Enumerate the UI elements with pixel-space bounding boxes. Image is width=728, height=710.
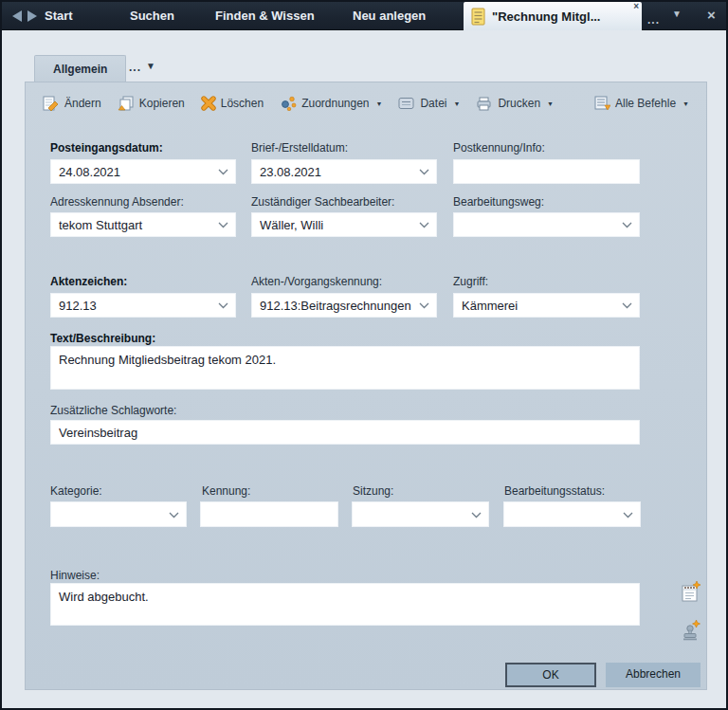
chevron-down-icon — [622, 222, 632, 228]
all-commands-icon — [594, 96, 610, 111]
sachbearbeiter-combobox[interactable] — [251, 212, 437, 237]
navigate-back-icon[interactable] — [10, 9, 24, 23]
chevron-down-icon — [471, 512, 482, 519]
chevron-down-icon — [218, 302, 228, 309]
zuordnungen-dropdown-icon: ▼ — [376, 100, 383, 107]
drucken-dropdown-icon: ▼ — [547, 100, 554, 107]
loeschen-button[interactable]: Löschen — [201, 96, 264, 111]
brief-erstelldatum-label: Brief-/Erstelldatum: — [251, 141, 348, 155]
posteingangsdatum-combobox[interactable] — [50, 159, 236, 184]
tab-neu-anlegen[interactable]: Neu anlegen — [353, 2, 426, 30]
drucken-button[interactable]: Drucken ▼ — [476, 97, 554, 111]
zugriff-combobox[interactable] — [453, 293, 640, 318]
kategorie-input[interactable] — [51, 502, 186, 526]
chevron-down-icon — [218, 169, 228, 175]
kopieren-button[interactable]: Kopieren — [118, 96, 185, 111]
navigate-forward-icon[interactable] — [26, 9, 39, 23]
adresskennung-label: Adresskennung Absender: — [50, 195, 184, 209]
postkennung-input[interactable] — [454, 160, 639, 183]
tab-suchen[interactable]: Suchen — [130, 2, 174, 30]
hinweise-textarea[interactable]: Wird abgebucht. — [50, 583, 640, 626]
new-note-icon[interactable] — [682, 581, 701, 603]
chevron-down-icon — [419, 169, 429, 175]
top-tab-bar: Start Suchen Finden & Wissen Neu anlegen… — [2, 2, 726, 30]
panel-tab-dropdown-icon[interactable]: ▼ — [146, 61, 155, 71]
zuordnungen-label: Zuordnungen — [301, 97, 369, 110]
chevron-down-icon — [218, 222, 228, 228]
vorgangskennung-label: Akten-/Vorgangskennung: — [251, 275, 382, 288]
toolbar: Ändern Kopieren Löschen — [43, 88, 689, 118]
kategorie-combobox[interactable] — [50, 501, 187, 527]
datei-label: Datei — [420, 97, 446, 110]
hinweise-label: Hinweise: — [50, 569, 100, 582]
chevron-down-icon — [419, 302, 429, 309]
datei-button[interactable]: Datei ▼ — [398, 97, 460, 110]
tab-overflow-indicator[interactable]: ... — [647, 13, 660, 27]
schlagworte-label: Zusätzliche Schlagworte: — [50, 404, 176, 417]
kennung-field[interactable] — [200, 501, 338, 527]
panel-tab-overflow[interactable]: ... — [129, 61, 141, 74]
assignments-dots-icon — [280, 96, 297, 111]
posteingangsdatum-input[interactable] — [51, 160, 235, 183]
bearbeitungsweg-combobox[interactable] — [453, 212, 640, 237]
edit-icon — [43, 96, 60, 111]
aktenzeichen-combobox[interactable] — [50, 293, 236, 318]
loeschen-label: Löschen — [221, 97, 264, 110]
aktenzeichen-label: Aktenzeichen: — [50, 275, 127, 288]
bearbeitungsstatus-label: Bearbeitungsstatus: — [504, 484, 605, 498]
printer-icon — [476, 97, 493, 111]
bearbeitungsstatus-combobox[interactable] — [503, 501, 641, 527]
postkennung-label: Postkennung/Info: — [453, 141, 545, 155]
bearbeitungsweg-input[interactable] — [454, 213, 639, 236]
bearbeitungsweg-label: Bearbeitungsweg: — [453, 195, 544, 209]
sachbearbeiter-input[interactable] — [252, 213, 436, 236]
tab-finden-wissen[interactable]: Finden & Wissen — [215, 2, 315, 30]
adresskennung-input[interactable] — [51, 213, 235, 236]
alle-befehle-button[interactable]: Alle Befehle ▼ — [594, 96, 689, 111]
tab-list-dropdown-icon[interactable]: ▼ — [672, 9, 682, 19]
brief-erstelldatum-combobox[interactable] — [251, 159, 437, 184]
postkennung-field[interactable] — [453, 159, 640, 184]
zuordnungen-button[interactable]: Zuordnungen ▼ — [280, 96, 382, 111]
document-icon — [471, 8, 485, 26]
alle-befehle-dropdown-icon: ▼ — [682, 100, 689, 107]
schlagworte-input[interactable] — [51, 421, 639, 444]
vorgangskennung-combobox[interactable] — [251, 293, 437, 318]
aktenzeichen-input[interactable] — [51, 294, 235, 317]
schlagworte-field[interactable] — [50, 420, 640, 445]
kategorie-label: Kategorie: — [50, 484, 102, 498]
zugriff-input[interactable] — [454, 294, 639, 317]
document-tab-close-icon[interactable]: × — [633, 2, 639, 11]
brief-erstelldatum-input[interactable] — [252, 160, 436, 183]
tab-start[interactable]: Start — [45, 2, 73, 30]
abbrechen-button[interactable]: Abbrechen — [606, 663, 701, 687]
adresskennung-combobox[interactable] — [50, 212, 236, 237]
aendern-label: Ändern — [64, 97, 101, 110]
window-close-icon[interactable]: × — [707, 7, 716, 23]
new-stamp-icon[interactable] — [682, 619, 701, 641]
text-beschreibung-label: Text/Beschreibung: — [50, 332, 155, 345]
tab-allgemein[interactable]: Allgemein — [34, 55, 126, 82]
kennung-label: Kennung: — [202, 484, 250, 498]
form-panel: Ändern Kopieren Löschen — [25, 82, 707, 690]
chevron-down-icon — [169, 512, 179, 519]
chevron-down-icon — [622, 302, 632, 309]
bearbeitungsstatus-input[interactable] — [504, 502, 640, 526]
sitzung-label: Sitzung: — [353, 484, 393, 498]
sitzung-combobox[interactable] — [352, 501, 489, 527]
tab-document-active[interactable]: "Rechnung Mitgl... × — [464, 2, 642, 30]
alle-befehle-label: Alle Befehle — [615, 97, 676, 110]
delete-x-icon — [201, 96, 216, 111]
chevron-down-icon — [419, 222, 429, 228]
copy-icon — [118, 96, 135, 111]
kennung-input[interactable] — [201, 502, 337, 526]
application-window: Start Suchen Finden & Wissen Neu anlegen… — [0, 0, 728, 710]
sitzung-input[interactable] — [353, 502, 488, 526]
sachbearbeiter-label: Zuständiger Sachbearbeiter: — [251, 195, 394, 209]
aendern-button[interactable]: Ändern — [43, 96, 101, 111]
datei-dropdown-icon: ▼ — [453, 100, 460, 107]
ok-button[interactable]: OK — [505, 663, 596, 687]
vorgangskennung-input[interactable] — [252, 294, 436, 317]
posteingangsdatum-label: Posteingangsdatum: — [50, 141, 163, 155]
text-beschreibung-textarea[interactable]: Rechnung Mitgliedsbeitrag tekom 2021. — [50, 346, 640, 390]
